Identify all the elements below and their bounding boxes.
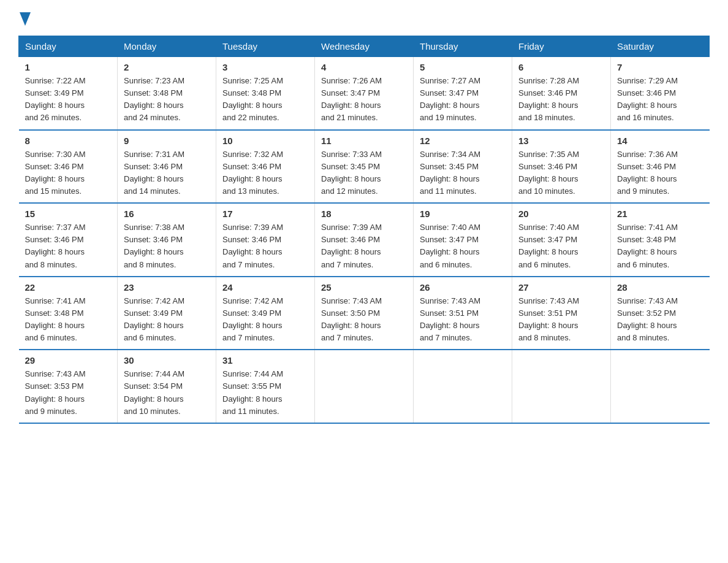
day-info: Sunrise: 7:23 AMSunset: 3:48 PMDaylight:… xyxy=(124,75,210,124)
header-cell-friday: Friday xyxy=(512,36,611,57)
page-header xyxy=(18,12,710,25)
calendar-cell: 15Sunrise: 7:37 AMSunset: 3:46 PMDayligh… xyxy=(19,203,118,277)
day-info: Sunrise: 7:32 AMSunset: 3:46 PMDaylight:… xyxy=(222,148,308,198)
calendar-cell: 24Sunrise: 7:42 AMSunset: 3:49 PMDayligh… xyxy=(216,277,315,350)
calendar-cell: 2Sunrise: 7:23 AMSunset: 3:48 PMDaylight… xyxy=(118,57,216,130)
day-info: Sunrise: 7:30 AMSunset: 3:46 PMDaylight:… xyxy=(25,148,112,198)
calendar-cell: 17Sunrise: 7:39 AMSunset: 3:46 PMDayligh… xyxy=(216,203,315,277)
calendar-cell xyxy=(512,350,611,423)
day-number: 30 xyxy=(124,355,210,366)
calendar-cell: 10Sunrise: 7:32 AMSunset: 3:46 PMDayligh… xyxy=(216,130,315,204)
day-info: Sunrise: 7:42 AMSunset: 3:49 PMDaylight:… xyxy=(222,295,308,345)
day-number: 31 xyxy=(222,355,308,366)
day-info: Sunrise: 7:43 AMSunset: 3:51 PMDaylight:… xyxy=(518,295,604,345)
calendar-cell: 31Sunrise: 7:44 AMSunset: 3:55 PMDayligh… xyxy=(216,350,315,423)
day-info: Sunrise: 7:31 AMSunset: 3:46 PMDaylight:… xyxy=(124,148,210,198)
day-number: 9 xyxy=(124,136,210,146)
day-info: Sunrise: 7:34 AMSunset: 3:45 PMDaylight:… xyxy=(420,148,506,198)
week-row: 29Sunrise: 7:43 AMSunset: 3:53 PMDayligh… xyxy=(19,350,710,423)
day-info: Sunrise: 7:40 AMSunset: 3:47 PMDaylight:… xyxy=(518,221,604,271)
day-info: Sunrise: 7:43 AMSunset: 3:50 PMDaylight:… xyxy=(321,295,407,345)
day-number: 29 xyxy=(25,355,112,366)
calendar-cell: 8Sunrise: 7:30 AMSunset: 3:46 PMDaylight… xyxy=(19,130,118,204)
day-info: Sunrise: 7:42 AMSunset: 3:49 PMDaylight:… xyxy=(124,295,210,345)
day-number: 2 xyxy=(124,62,210,72)
header-row: SundayMondayTuesdayWednesdayThursdayFrid… xyxy=(19,36,710,57)
calendar-cell: 12Sunrise: 7:34 AMSunset: 3:45 PMDayligh… xyxy=(414,130,512,204)
day-number: 12 xyxy=(420,136,506,146)
day-number: 4 xyxy=(321,62,407,72)
day-info: Sunrise: 7:38 AMSunset: 3:46 PMDaylight:… xyxy=(124,221,210,271)
calendar-cell xyxy=(414,350,512,423)
calendar-cell: 26Sunrise: 7:43 AMSunset: 3:51 PMDayligh… xyxy=(414,277,512,350)
calendar-cell: 28Sunrise: 7:43 AMSunset: 3:52 PMDayligh… xyxy=(611,277,710,350)
calendar-cell: 6Sunrise: 7:28 AMSunset: 3:46 PMDaylight… xyxy=(512,57,611,130)
day-info: Sunrise: 7:29 AMSunset: 3:46 PMDaylight:… xyxy=(617,75,703,124)
calendar-cell: 9Sunrise: 7:31 AMSunset: 3:46 PMDaylight… xyxy=(118,130,216,204)
day-info: Sunrise: 7:39 AMSunset: 3:46 PMDaylight:… xyxy=(321,221,407,271)
day-number: 5 xyxy=(420,62,506,72)
day-number: 24 xyxy=(222,282,308,293)
day-info: Sunrise: 7:44 AMSunset: 3:54 PMDaylight:… xyxy=(124,368,210,418)
day-number: 11 xyxy=(321,136,407,146)
day-info: Sunrise: 7:25 AMSunset: 3:48 PMDaylight:… xyxy=(222,75,308,124)
header-cell-monday: Monday xyxy=(118,36,216,57)
day-number: 6 xyxy=(518,62,604,72)
header-cell-sunday: Sunday xyxy=(19,36,118,57)
day-info: Sunrise: 7:44 AMSunset: 3:55 PMDaylight:… xyxy=(222,368,308,418)
calendar-cell: 13Sunrise: 7:35 AMSunset: 3:46 PMDayligh… xyxy=(512,130,611,204)
day-info: Sunrise: 7:22 AMSunset: 3:49 PMDaylight:… xyxy=(25,75,112,124)
week-row: 1Sunrise: 7:22 AMSunset: 3:49 PMDaylight… xyxy=(19,57,710,130)
header-cell-tuesday: Tuesday xyxy=(216,36,315,57)
calendar-cell: 21Sunrise: 7:41 AMSunset: 3:48 PMDayligh… xyxy=(611,203,710,277)
day-info: Sunrise: 7:35 AMSunset: 3:46 PMDaylight:… xyxy=(518,148,604,198)
calendar-cell: 22Sunrise: 7:41 AMSunset: 3:48 PMDayligh… xyxy=(19,277,118,350)
calendar-cell: 7Sunrise: 7:29 AMSunset: 3:46 PMDaylight… xyxy=(611,57,710,130)
calendar-cell: 19Sunrise: 7:40 AMSunset: 3:47 PMDayligh… xyxy=(414,203,512,277)
calendar-cell: 27Sunrise: 7:43 AMSunset: 3:51 PMDayligh… xyxy=(512,277,611,350)
calendar-body: 1Sunrise: 7:22 AMSunset: 3:49 PMDaylight… xyxy=(19,57,710,423)
logo xyxy=(18,12,31,25)
header-cell-wednesday: Wednesday xyxy=(315,36,414,57)
header-cell-thursday: Thursday xyxy=(414,36,512,57)
calendar-cell xyxy=(315,350,414,423)
day-number: 28 xyxy=(617,282,703,293)
day-info: Sunrise: 7:27 AMSunset: 3:47 PMDaylight:… xyxy=(420,75,506,124)
day-info: Sunrise: 7:41 AMSunset: 3:48 PMDaylight:… xyxy=(25,295,112,345)
calendar-cell: 11Sunrise: 7:33 AMSunset: 3:45 PMDayligh… xyxy=(315,130,414,204)
day-info: Sunrise: 7:36 AMSunset: 3:46 PMDaylight:… xyxy=(617,148,703,198)
calendar-cell: 20Sunrise: 7:40 AMSunset: 3:47 PMDayligh… xyxy=(512,203,611,277)
day-info: Sunrise: 7:28 AMSunset: 3:46 PMDaylight:… xyxy=(518,75,604,124)
day-number: 18 xyxy=(321,209,407,219)
day-number: 21 xyxy=(617,209,703,219)
day-number: 25 xyxy=(321,282,407,293)
calendar-cell: 30Sunrise: 7:44 AMSunset: 3:54 PMDayligh… xyxy=(118,350,216,423)
calendar-cell: 25Sunrise: 7:43 AMSunset: 3:50 PMDayligh… xyxy=(315,277,414,350)
calendar-cell: 23Sunrise: 7:42 AMSunset: 3:49 PMDayligh… xyxy=(118,277,216,350)
day-number: 3 xyxy=(222,62,308,72)
day-number: 7 xyxy=(617,62,703,72)
day-number: 17 xyxy=(222,209,308,219)
day-number: 26 xyxy=(420,282,506,293)
day-number: 16 xyxy=(124,209,210,219)
logo-arrow-icon xyxy=(20,12,31,26)
week-row: 22Sunrise: 7:41 AMSunset: 3:48 PMDayligh… xyxy=(19,277,710,350)
day-number: 19 xyxy=(420,209,506,219)
day-number: 14 xyxy=(617,136,703,146)
calendar-cell: 16Sunrise: 7:38 AMSunset: 3:46 PMDayligh… xyxy=(118,203,216,277)
day-info: Sunrise: 7:43 AMSunset: 3:52 PMDaylight:… xyxy=(617,295,703,345)
day-number: 15 xyxy=(25,209,112,219)
calendar-cell: 14Sunrise: 7:36 AMSunset: 3:46 PMDayligh… xyxy=(611,130,710,204)
day-number: 22 xyxy=(25,282,112,293)
day-number: 27 xyxy=(518,282,604,293)
day-info: Sunrise: 7:40 AMSunset: 3:47 PMDaylight:… xyxy=(420,221,506,271)
day-info: Sunrise: 7:33 AMSunset: 3:45 PMDaylight:… xyxy=(321,148,407,198)
day-number: 10 xyxy=(222,136,308,146)
day-info: Sunrise: 7:39 AMSunset: 3:46 PMDaylight:… xyxy=(222,221,308,271)
header-cell-saturday: Saturday xyxy=(611,36,710,57)
calendar-cell xyxy=(611,350,710,423)
calendar-cell: 4Sunrise: 7:26 AMSunset: 3:47 PMDaylight… xyxy=(315,57,414,130)
day-number: 20 xyxy=(518,209,604,219)
day-number: 8 xyxy=(25,136,112,146)
day-number: 23 xyxy=(124,282,210,293)
